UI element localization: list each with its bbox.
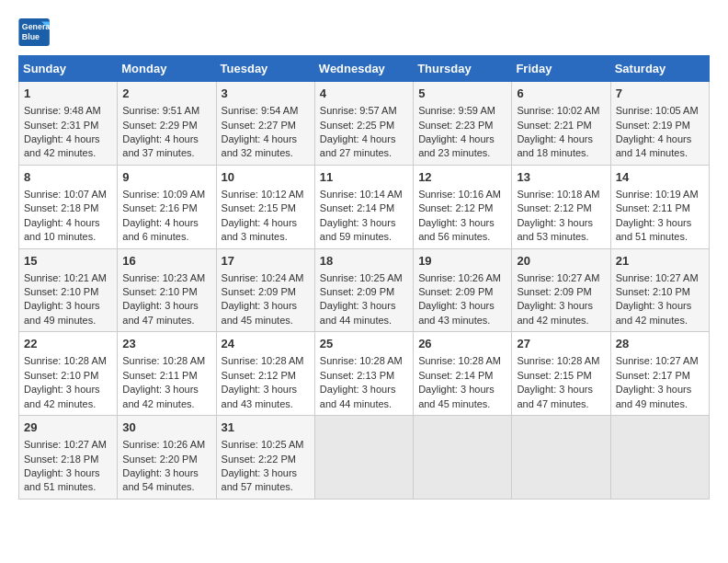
day-number: 29 bbox=[24, 419, 112, 436]
day-info: Sunset: 2:09 PM bbox=[222, 285, 310, 299]
page-header: General Blue bbox=[18, 18, 710, 46]
day-info: and 45 minutes. bbox=[222, 314, 310, 327]
day-info: and 3 minutes. bbox=[222, 230, 310, 244]
day-info: Daylight: 3 hours bbox=[222, 466, 310, 480]
day-info: Daylight: 3 hours bbox=[122, 466, 210, 480]
day-info: Sunset: 2:12 PM bbox=[418, 201, 506, 215]
calendar-cell: 23Sunrise: 10:28 AMSunset: 2:11 PMDaylig… bbox=[118, 332, 216, 416]
day-info: Sunrise: 10:25 AM bbox=[320, 271, 408, 285]
day-info: Sunset: 2:09 PM bbox=[517, 285, 605, 299]
day-info: Daylight: 4 hours bbox=[418, 132, 506, 146]
day-info: Sunset: 2:10 PM bbox=[122, 285, 210, 299]
day-info: Sunrise: 10:07 AM bbox=[24, 188, 112, 201]
day-info: and 42 minutes. bbox=[122, 397, 210, 411]
day-number: 15 bbox=[24, 253, 112, 270]
calendar-cell: 19Sunrise: 10:26 AMSunset: 2:09 PMDaylig… bbox=[414, 248, 512, 332]
day-number: 25 bbox=[320, 336, 408, 352]
day-number: 11 bbox=[320, 169, 408, 186]
calendar-cell: 13Sunrise: 10:18 AMSunset: 2:12 PMDaylig… bbox=[512, 165, 610, 248]
calendar-cell: 15Sunrise: 10:21 AMSunset: 2:10 PMDaylig… bbox=[19, 248, 118, 332]
day-info: and 32 minutes. bbox=[222, 146, 310, 160]
day-info: Sunrise: 10:14 AM bbox=[320, 188, 408, 201]
day-info: and 51 minutes. bbox=[24, 480, 112, 494]
day-info: Sunrise: 10:27 AM bbox=[517, 271, 605, 285]
day-info: and 23 minutes. bbox=[418, 146, 506, 160]
day-info: Sunset: 2:27 PM bbox=[222, 119, 310, 132]
day-info: Sunset: 2:12 PM bbox=[517, 201, 605, 215]
day-info: Sunrise: 9:59 AM bbox=[418, 104, 506, 118]
day-number: 21 bbox=[616, 253, 704, 270]
day-info: Sunset: 2:15 PM bbox=[222, 201, 310, 215]
day-number: 24 bbox=[222, 336, 310, 352]
day-info: and 10 minutes. bbox=[24, 230, 112, 244]
calendar-cell: 2Sunrise: 9:51 AMSunset: 2:29 PMDaylight… bbox=[118, 82, 216, 166]
day-info: Daylight: 3 hours bbox=[122, 383, 210, 396]
weekday-header-thursday: Thursday bbox=[414, 56, 512, 82]
day-info: Sunset: 2:19 PM bbox=[616, 119, 704, 132]
calendar-cell: 4Sunrise: 9:57 AMSunset: 2:25 PMDaylight… bbox=[314, 82, 413, 166]
calendar-cell: 24Sunrise: 10:28 AMSunset: 2:12 PMDaylig… bbox=[216, 332, 314, 416]
calendar-cell: 29Sunrise: 10:27 AMSunset: 2:18 PMDaylig… bbox=[19, 416, 118, 500]
day-info: Daylight: 4 hours bbox=[616, 132, 704, 146]
day-info: and 42 minutes. bbox=[24, 397, 112, 411]
calendar-cell: 6Sunrise: 10:02 AMSunset: 2:21 PMDayligh… bbox=[512, 82, 610, 166]
calendar-week-1: 1Sunrise: 9:48 AMSunset: 2:31 PMDaylight… bbox=[19, 82, 710, 166]
day-info: Sunrise: 10:28 AM bbox=[24, 354, 112, 368]
day-info: Sunset: 2:10 PM bbox=[24, 285, 112, 299]
day-info: and 14 minutes. bbox=[616, 146, 704, 160]
day-info: Sunset: 2:31 PM bbox=[24, 119, 112, 132]
calendar-cell: 27Sunrise: 10:28 AMSunset: 2:15 PMDaylig… bbox=[512, 332, 610, 416]
calendar-cell: 5Sunrise: 9:59 AMSunset: 2:23 PMDaylight… bbox=[414, 82, 512, 166]
day-number: 3 bbox=[222, 86, 310, 102]
calendar-cell: 8Sunrise: 10:07 AMSunset: 2:18 PMDayligh… bbox=[19, 165, 118, 248]
day-info: Daylight: 3 hours bbox=[122, 299, 210, 313]
day-info: Sunrise: 10:16 AM bbox=[418, 188, 506, 201]
day-info: Daylight: 3 hours bbox=[222, 299, 310, 313]
day-info: Sunrise: 10:27 AM bbox=[24, 438, 112, 452]
calendar-cell: 10Sunrise: 10:12 AMSunset: 2:15 PMDaylig… bbox=[216, 165, 314, 248]
calendar-cell bbox=[610, 416, 709, 500]
day-info: and 42 minutes. bbox=[616, 314, 704, 327]
calendar-cell: 7Sunrise: 10:05 AMSunset: 2:19 PMDayligh… bbox=[610, 82, 709, 166]
calendar-table: SundayMondayTuesdayWednesdayThursdayFrid… bbox=[18, 55, 710, 500]
day-number: 30 bbox=[122, 419, 210, 436]
day-info: Daylight: 3 hours bbox=[24, 383, 112, 396]
day-info: Daylight: 4 hours bbox=[24, 216, 112, 230]
day-info: Sunrise: 10:25 AM bbox=[222, 438, 310, 452]
day-info: and 49 minutes. bbox=[616, 397, 704, 411]
day-info: Sunrise: 10:02 AM bbox=[517, 104, 605, 118]
day-info: Sunrise: 10:19 AM bbox=[616, 188, 704, 201]
day-info: and 43 minutes. bbox=[222, 397, 310, 411]
day-info: and 43 minutes. bbox=[418, 314, 506, 327]
day-info: Daylight: 3 hours bbox=[418, 216, 506, 230]
day-info: and 27 minutes. bbox=[320, 146, 408, 160]
day-info: Sunrise: 10:28 AM bbox=[122, 354, 210, 368]
day-number: 26 bbox=[418, 336, 506, 352]
day-info: Sunrise: 10:05 AM bbox=[616, 104, 704, 118]
weekday-header-monday: Monday bbox=[118, 56, 216, 82]
day-number: 16 bbox=[122, 253, 210, 270]
day-info: Daylight: 4 hours bbox=[320, 132, 408, 146]
day-info: Sunset: 2:10 PM bbox=[24, 369, 112, 383]
calendar-week-2: 8Sunrise: 10:07 AMSunset: 2:18 PMDayligh… bbox=[19, 165, 710, 248]
day-info: and 59 minutes. bbox=[320, 230, 408, 244]
day-info: and 57 minutes. bbox=[222, 480, 310, 494]
calendar-cell bbox=[414, 416, 512, 500]
calendar-cell: 22Sunrise: 10:28 AMSunset: 2:10 PMDaylig… bbox=[19, 332, 118, 416]
day-info: Sunrise: 10:09 AM bbox=[122, 188, 210, 201]
day-info: Sunset: 2:14 PM bbox=[418, 369, 506, 383]
day-info: Sunset: 2:15 PM bbox=[517, 369, 605, 383]
day-number: 20 bbox=[517, 253, 605, 270]
day-info: Sunrise: 9:48 AM bbox=[24, 104, 112, 118]
calendar-cell: 1Sunrise: 9:48 AMSunset: 2:31 PMDaylight… bbox=[19, 82, 118, 166]
day-info: and 37 minutes. bbox=[122, 146, 210, 160]
day-number: 28 bbox=[616, 336, 704, 352]
day-number: 31 bbox=[222, 419, 310, 436]
day-number: 1 bbox=[24, 86, 112, 102]
calendar-week-5: 29Sunrise: 10:27 AMSunset: 2:18 PMDaylig… bbox=[19, 416, 710, 500]
day-info: Daylight: 3 hours bbox=[418, 383, 506, 396]
day-info: and 45 minutes. bbox=[418, 397, 506, 411]
day-number: 2 bbox=[122, 86, 210, 102]
calendar-cell: 26Sunrise: 10:28 AMSunset: 2:14 PMDaylig… bbox=[414, 332, 512, 416]
logo-icon: General Blue bbox=[18, 18, 51, 46]
